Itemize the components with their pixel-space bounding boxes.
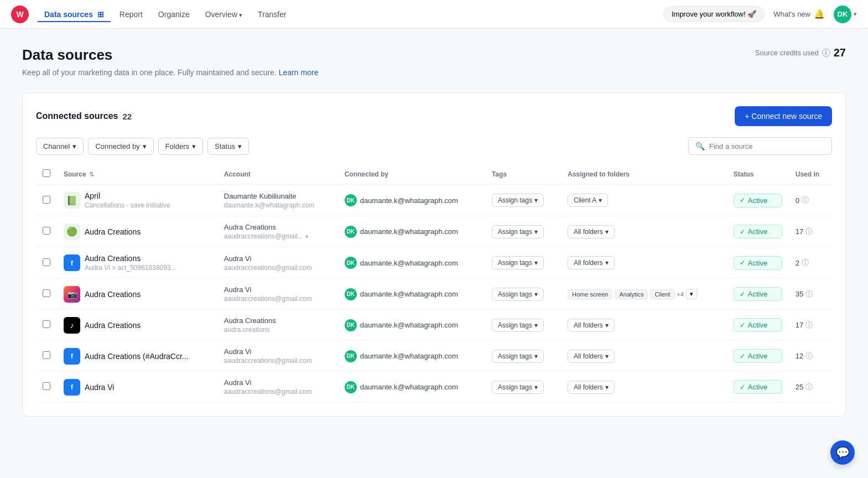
check-icon: ✓ [740,228,745,236]
assign-tags-button[interactable]: Assign tags ▾ [492,350,544,363]
folder-button[interactable]: Client A ▾ [568,194,608,207]
used-in-info-icon[interactable]: ⓘ [805,289,813,299]
connected-by-cell: DK daumante.k@whatagraph.com [338,372,485,403]
row-checkbox-cell [36,247,57,279]
account-name: Audra Vi [224,285,331,294]
folders-filter[interactable]: Folders ▾ [158,138,203,155]
grid-icon: ⊞ [97,10,104,19]
row-checkbox[interactable] [43,382,50,390]
check-icon: ✓ [740,352,745,360]
connect-new-source-button[interactable]: + Connect new source [735,106,832,126]
table-row: f Audra Creations (#AudraCcr... Audra Vi… [36,341,832,372]
chevron-down-icon: ▾ [854,11,857,18]
nav-data-sources[interactable]: Data sources ⊞ [38,7,111,22]
page-header: Data sources Keep all of your marketing … [22,46,846,77]
account-cell: Audra Vi aaudraccreations@gmail.com [217,341,338,372]
whats-new-section[interactable]: What's new 🔔 [767,6,831,23]
search-input[interactable] [709,142,820,150]
row-checkbox[interactable] [43,258,50,266]
select-all-checkbox[interactable] [43,169,50,177]
connected-by-avatar: DK [345,194,357,206]
source-cell: ♪ Audra Creations [57,310,217,341]
nav-organize[interactable]: Organize [152,7,196,22]
learn-more-link[interactable]: Learn more [279,68,319,77]
select-all-header [36,164,57,185]
row-checkbox[interactable] [43,196,50,204]
folder-dropdown-button[interactable]: ▾ [686,289,697,299]
table-body: 📗 April Cancellations - save initiative … [36,185,832,403]
tags-cell: Assign tags ▾ [485,247,561,279]
used-in-info-icon[interactable]: ⓘ [802,258,809,268]
used-in-info-icon[interactable]: ⓘ [805,351,813,361]
assign-tags-button[interactable]: Assign tags ▾ [492,288,544,301]
sources-table: Source ⇅ Account Connected by Tags Assig… [36,164,832,403]
row-checkbox-cell [36,310,57,341]
nav-overview[interactable]: Overview [199,7,249,22]
row-checkbox[interactable] [43,351,50,359]
source-cell: 📗 April Cancellations - save initiative [57,185,217,216]
sort-icon[interactable]: ⇅ [89,171,94,178]
channel-filter[interactable]: Channel ▾ [36,138,84,155]
connected-by-filter[interactable]: Connected by ▾ [88,138,153,155]
connected-by-avatar: DK [345,381,357,393]
source-subtitle: Cancellations - save initiative [85,201,170,209]
account-email: aaudraccreations@gmail.com [224,357,312,365]
connected-by-email: daumante.k@whatagraph.com [360,321,458,329]
source-name: Audra Creations [85,227,141,236]
account-name: Daumante Kubiliunaite [224,192,331,200]
row-checkbox[interactable] [43,227,50,235]
assign-tags-button[interactable]: Assign tags ▾ [492,256,544,269]
nav-transfer[interactable]: Transfer [251,7,293,22]
connected-by-avatar: DK [345,257,357,269]
used-in-count: 17 [796,321,803,329]
nav-report[interactable]: Report [113,7,149,22]
status-cell: ✓ Active [727,279,789,310]
folder-button[interactable]: All folders ▾ [568,381,615,394]
app-logo: W [11,6,29,23]
folder-button[interactable]: All folders ▾ [568,350,615,363]
folder-button[interactable]: All folders ▾ [568,256,615,269]
tags-cell: Assign tags ▾ [485,279,561,310]
folders-label: Folders [165,142,189,150]
used-in-info-icon[interactable]: ⓘ [802,195,809,205]
table-row: 🟢 Audra Creations Audra Creations aaudra… [36,216,832,247]
connected-by-email: daumante.k@whatagraph.com [360,259,458,267]
connected-sources-title: Connected sources 22 [36,111,132,121]
assign-tags-button[interactable]: Assign tags ▾ [492,194,544,207]
folders-cell: Client A ▾ [561,185,727,216]
credits-section: Source credits used ℹ 27 [755,46,846,59]
chevron-down-icon: ▾ [534,352,538,360]
table-row: 📗 April Cancellations - save initiative … [36,185,832,216]
source-name: Audra Creations [85,254,176,263]
status-text: Active [748,259,767,267]
assign-tags-button[interactable]: Assign tags ▾ [492,381,544,394]
used-in-info-icon[interactable]: ⓘ [805,227,813,237]
improve-workflow-button[interactable]: Improve your workflow! 🚀 [663,6,765,22]
connected-by-avatar: DK [345,350,357,362]
table-row: ♪ Audra Creations Audra Creations audra.… [36,310,832,341]
account-email: daumante.k@whatagraph.com [224,201,315,209]
used-in-info-icon[interactable]: ⓘ [805,382,813,392]
status-cell: ✓ Active [727,185,789,216]
row-checkbox[interactable] [43,320,50,328]
used-in-info-icon[interactable]: ⓘ [805,320,813,330]
tags-cell: Assign tags ▾ [485,185,561,216]
account-name: Audra Vi [224,254,331,263]
chevron-down-icon: ▾ [534,196,538,204]
folder-button[interactable]: All folders ▾ [568,319,615,332]
assign-tags-button[interactable]: Assign tags ▾ [492,225,544,238]
credits-info-icon[interactable]: ℹ [822,49,830,57]
status-filter[interactable]: Status ▾ [207,138,249,155]
dropdown-arrow-icon: ▾ [305,233,308,240]
filters-row: Channel ▾ Connected by ▾ Folders ▾ Statu… [36,137,832,155]
folder-button[interactable]: All folders ▾ [568,225,615,238]
tags-cell: Assign tags ▾ [485,310,561,341]
folders-cell: All folders ▾ [561,247,727,279]
assign-tags-button[interactable]: Assign tags ▾ [492,319,544,332]
whats-new-label: What's new [773,10,810,18]
row-checkbox[interactable] [43,289,50,297]
user-avatar-wrapper[interactable]: DK ▾ [834,6,857,23]
status-text: Active [748,196,767,205]
status-cell: ✓ Active [727,216,789,247]
status-badge: ✓ Active [734,287,782,301]
